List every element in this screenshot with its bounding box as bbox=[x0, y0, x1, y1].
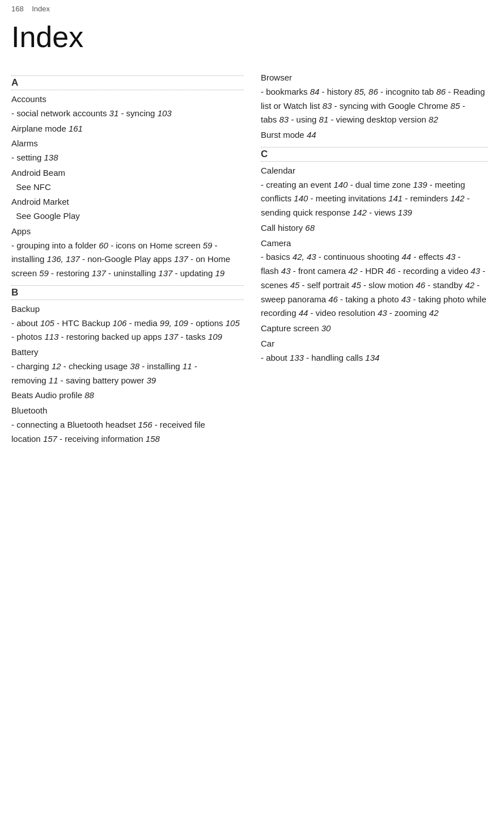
browser-incognito: - incognito tab 86 bbox=[380, 87, 446, 96]
battery-installing: - installing 11 bbox=[142, 361, 192, 371]
left-column: A Accounts - social network accounts 31 … bbox=[6, 71, 249, 447]
entry-beats-audio: Beats Audio profile 88 bbox=[11, 389, 244, 403]
burst-mode-main: Burst mode 44 bbox=[261, 130, 316, 140]
backup-options: - options 105 bbox=[190, 318, 240, 328]
page-header: 168 Index bbox=[0, 0, 504, 14]
entry-accounts: Accounts - social network accounts 31 - … bbox=[11, 92, 244, 121]
camera-basics: - basics 42, 43 bbox=[261, 252, 316, 261]
entry-capture-screen: Capture screen 30 bbox=[261, 322, 488, 336]
alarms-main: Alarms bbox=[11, 138, 38, 148]
calendar-meeting-invitations: - meeting invitations 141 bbox=[311, 193, 403, 203]
airplane-mode-main: Airplane mode 161 bbox=[11, 124, 83, 133]
beats-audio-main: Beats Audio profile 88 bbox=[11, 390, 94, 400]
entry-android-beam: Android Beam See NFC bbox=[11, 166, 244, 195]
apps-grouping: - grouping into a folder 60 bbox=[11, 240, 108, 250]
section-letter-b: B bbox=[11, 287, 244, 300]
entry-android-market: Android Market See Google Play bbox=[11, 195, 244, 223]
calendar-dual-time-zone: - dual time zone 139 bbox=[350, 180, 427, 189]
entry-airplane-mode: Airplane mode 161 bbox=[11, 122, 244, 136]
entry-burst-mode: Burst mode 44 bbox=[261, 128, 488, 142]
camera-recording-video: - recording a video 43 bbox=[398, 266, 480, 276]
camera-standby: - standby 42 bbox=[427, 280, 475, 290]
android-market-see: See Google Play bbox=[11, 209, 244, 223]
section-letter-a: A bbox=[11, 77, 244, 90]
calendar-views: - views 139 bbox=[369, 208, 412, 217]
android-beam-main: Android Beam bbox=[11, 168, 65, 178]
camera-self-portrait: - self portrait 45 bbox=[302, 280, 361, 290]
camera-front: - front camera 42 bbox=[293, 266, 358, 276]
entry-camera: Camera - basics 42, 43 - continuous shoo… bbox=[261, 237, 488, 321]
camera-slow-motion: - slow motion 46 bbox=[363, 280, 425, 290]
battery-checking-usage: - checking usage 38 bbox=[63, 361, 139, 371]
camera-main: Camera bbox=[261, 238, 291, 248]
section-b-divider-top bbox=[11, 285, 244, 286]
entry-battery: Battery - charging 12 - checking usage 3… bbox=[11, 345, 244, 387]
battery-saving-power: - saving battery power 39 bbox=[61, 375, 156, 385]
car-about: - about 133 bbox=[261, 353, 304, 362]
battery-charging: - charging 12 bbox=[11, 361, 61, 371]
camera-effects: - effects 43 bbox=[413, 252, 455, 261]
right-column: Browser - bookmarks 84 - history 85, 86 … bbox=[249, 71, 493, 447]
camera-zooming: - zooming 42 bbox=[389, 308, 439, 318]
car-main: Car bbox=[261, 339, 274, 348]
browser-using: - using 81 bbox=[291, 115, 328, 124]
calendar-creating-event: - creating an event 140 bbox=[261, 180, 348, 189]
apps-non-google: - non-Google Play apps 137 bbox=[82, 254, 188, 264]
apps-main: Apps bbox=[11, 226, 31, 236]
alarms-setting: - setting 138 bbox=[11, 153, 58, 162]
bluetooth-connecting-headset: - connecting a Bluetooth headset 156 bbox=[11, 420, 153, 429]
backup-tasks: - tasks 109 bbox=[181, 332, 222, 341]
backup-htc: - HTC Backup 106 bbox=[57, 318, 126, 328]
car-handling-calls: - handling calls 134 bbox=[306, 353, 379, 362]
backup-photos: - photos 113 bbox=[11, 332, 58, 341]
backup-about: - about 105 bbox=[11, 318, 54, 328]
calendar-reminders: - reminders 142 bbox=[405, 193, 464, 203]
apps-updating: - updating 19 bbox=[175, 268, 225, 278]
accounts-main: Accounts bbox=[11, 94, 46, 104]
main-title: Index bbox=[0, 14, 504, 71]
camera-video-resolution: - video resolution 43 bbox=[311, 308, 387, 318]
browser-bookmarks: - bookmarks 84 bbox=[261, 87, 319, 96]
battery-main: Battery bbox=[11, 347, 39, 357]
header-title: Index bbox=[32, 5, 50, 13]
android-market-main: Android Market bbox=[11, 197, 69, 206]
call-history-main: Call history 68 bbox=[261, 223, 315, 233]
bluetooth-main: Bluetooth bbox=[11, 406, 47, 415]
section-a-divider-top bbox=[11, 75, 244, 76]
entry-call-history: Call history 68 bbox=[261, 221, 488, 235]
entry-backup: Backup - about 105 - HTC Backup 106 - me… bbox=[11, 302, 244, 344]
camera-taking-photo: - taking a photo 43 bbox=[340, 294, 410, 304]
browser-history: - history 85, 86 bbox=[322, 87, 378, 96]
camera-hdr: - HDR 46 bbox=[360, 266, 396, 276]
entry-browser: Browser - bookmarks 84 - history 85, 86 … bbox=[261, 71, 488, 127]
browser-desktop-version: - viewing desktop version 82 bbox=[331, 115, 438, 124]
entry-alarms: Alarms - setting 138 bbox=[11, 137, 244, 165]
bluetooth-receiving-info: - receiving information 158 bbox=[60, 434, 160, 444]
camera-continuous-shooting: - continuous shooting 44 bbox=[319, 252, 411, 261]
accounts-social: - social network accounts 31 bbox=[11, 108, 118, 118]
section-c-divider-top bbox=[261, 147, 488, 147]
section-letter-c: C bbox=[261, 149, 488, 162]
browser-main: Browser bbox=[261, 73, 292, 82]
backup-restoring-apps: - restoring backed up apps 137 bbox=[61, 332, 179, 341]
backup-media: - media 99, 109 bbox=[129, 318, 188, 328]
entry-bluetooth: Bluetooth - connecting a Bluetooth heads… bbox=[11, 404, 244, 446]
backup-main: Backup bbox=[11, 304, 40, 314]
apps-restoring: - restoring 137 bbox=[51, 268, 106, 278]
entry-car: Car - about 133 - handling calls 134 bbox=[261, 337, 488, 365]
entry-apps: Apps - grouping into a folder 60 - icons… bbox=[11, 225, 244, 281]
calendar-main: Calendar bbox=[261, 166, 295, 175]
accounts-syncing: - syncing 103 bbox=[121, 108, 171, 118]
entry-calendar: Calendar - creating an event 140 - dual … bbox=[261, 164, 488, 220]
apps-uninstalling: - uninstalling 137 bbox=[108, 268, 172, 278]
apps-icons-home: - icons on Home screen 59 bbox=[111, 240, 212, 250]
android-beam-see: See NFC bbox=[11, 180, 244, 195]
browser-syncing-chrome: - syncing with Google Chrome 85 bbox=[334, 101, 460, 111]
capture-screen-main: Capture screen 30 bbox=[261, 323, 331, 333]
page-number: 168 bbox=[11, 5, 24, 13]
